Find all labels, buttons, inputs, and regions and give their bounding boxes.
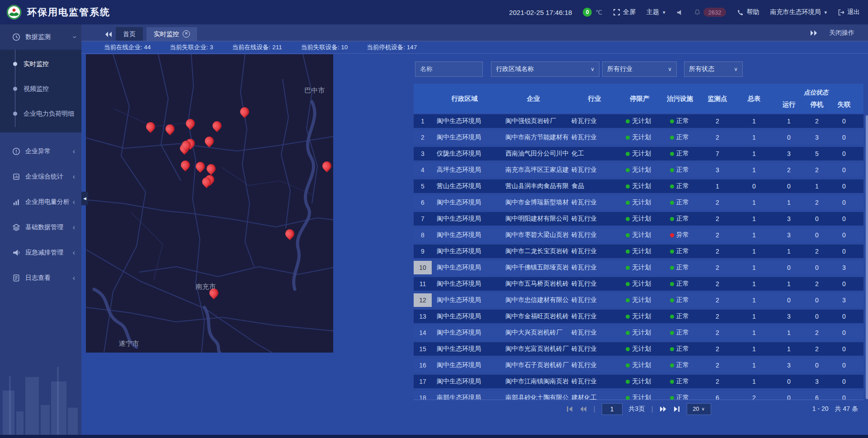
- sidebar-item-realtime-monitor[interactable]: 实时监控: [0, 52, 81, 76]
- sidebar-item-video-monitor[interactable]: 视频监控: [0, 76, 81, 101]
- plan-status-dot: [626, 347, 630, 351]
- tabs-scroll-right-icon[interactable]: [810, 30, 817, 36]
- sidebar-item-log-view[interactable]: 日志查看 ‹: [0, 265, 81, 291]
- sidebar-item-base-data[interactable]: 基础数据管理 ‹: [0, 215, 81, 240]
- table-row[interactable]: 16 阆中生态环境局 阆中市石子页岩机砖厂 砖瓦行业 无计划 正常 2 1 3 …: [414, 358, 863, 372]
- sidebar-item-enterprise-abnormal[interactable]: 企业异常 ‹: [0, 139, 81, 164]
- plan-status-dot: [626, 119, 630, 123]
- tab-close-icon[interactable]: ✕: [183, 30, 190, 38]
- sidebar-item-enterprise-stats[interactable]: 企业综合统计 ‹: [0, 164, 81, 189]
- cell-company: 阆中市忠信建材有限公: [497, 296, 570, 304]
- cell-region: 阆中生态环境局: [432, 312, 497, 320]
- cell-monitor: 2: [700, 345, 735, 353]
- name-filter-input[interactable]: 名称: [415, 61, 483, 77]
- table-row[interactable]: 9 阆中生态环境局 阆中市二龙长宝页岩砖 砖瓦行业 无计划 正常 2 1 1 2…: [414, 245, 863, 258]
- table-row[interactable]: 7 阆中生态环境局 阆中明阳建材有限公司 砖瓦行业 无计划 正常 2 1 3 0…: [414, 212, 863, 226]
- industry-filter-select[interactable]: 所有行业 ∨: [602, 61, 677, 77]
- next-page-icon[interactable]: [660, 406, 667, 412]
- sidebar-item-power-analysis[interactable]: 企业用电量分析 ‹: [0, 189, 81, 215]
- first-page-icon[interactable]: [566, 406, 573, 412]
- region-filter-select[interactable]: 行政区域名称 ∨: [491, 61, 599, 77]
- sidebar-collapse-handle[interactable]: ◀: [81, 192, 88, 205]
- cell-plan: 无计划: [619, 150, 660, 158]
- last-page-icon[interactable]: [673, 406, 680, 412]
- logout-button[interactable]: 退出: [838, 8, 860, 16]
- cell-total: 1: [735, 199, 773, 206]
- chevron-collapsed-icon: ‹: [73, 198, 75, 206]
- stats-bar: 当前在线企业: 44 当前失联企业: 3 当前在线设备: 211 当前失联设备:…: [81, 42, 868, 54]
- table-row[interactable]: 8 阆中生态环境局 阆中市枣碧大梁山页岩 砖瓦行业 无计划 异常 2 1 3 0…: [414, 228, 863, 242]
- org-dropdown[interactable]: 南充市生态环境局 ▾: [770, 8, 827, 16]
- alert-icon: [12, 147, 20, 155]
- cell-plan: 无计划: [619, 394, 660, 400]
- cell-industry: 砖瓦行业: [570, 280, 619, 288]
- cell-run: 3: [773, 150, 805, 157]
- sidebar-item-data-monitor[interactable]: 数据监测 ‹: [0, 24, 81, 50]
- status-filter-select[interactable]: 所有状态 ∨: [684, 61, 743, 77]
- app-logo-icon: [6, 5, 22, 20]
- cell-region: 阆中生态环境局: [432, 264, 497, 272]
- cell-region: 阆中生态环境局: [432, 280, 497, 288]
- table-row[interactable]: 12 阆中生态环境局 阆中市忠信建材有限公 砖瓦行业 无计划 正常 2 1 0 …: [414, 293, 863, 307]
- table-scrollbar[interactable]: [866, 115, 868, 399]
- cell-plan: 无计划: [619, 231, 660, 239]
- help-button[interactable]: 帮助: [737, 8, 759, 16]
- facility-status-dot: [670, 266, 674, 270]
- help-label: 帮助: [746, 8, 759, 16]
- table-row[interactable]: 13 阆中生态环境局 阆中市金福旺页岩机砖 砖瓦行业 无计划 正常 2 1 3 …: [414, 310, 863, 323]
- cell-company: 阆中市江南镇阆南页岩: [497, 377, 570, 386]
- plan-status-dot: [626, 363, 630, 367]
- cell-stop: 2: [805, 280, 829, 287]
- industry-filter-value: 所有行业: [607, 65, 632, 73]
- table-row[interactable]: 1 阆中生态环境局 阆中强锐页岩砖厂 砖瓦行业 无计划 正常 2 1 1 2 0: [414, 114, 863, 128]
- prev-page-icon[interactable]: [580, 406, 587, 412]
- fullscreen-button[interactable]: 全屏: [613, 8, 636, 16]
- page-number-input[interactable]: 1: [602, 403, 623, 415]
- table-row[interactable]: 14 阆中生态环境局 阆中大兴页岩机砖厂 砖瓦行业 无计划 正常 2 1 1 2…: [414, 326, 863, 339]
- cell-run: 3: [773, 231, 805, 239]
- cell-facility: 正常: [660, 215, 700, 223]
- chevron-collapsed-icon: ‹: [73, 223, 75, 231]
- theme-dropdown[interactable]: 主题 ▾: [646, 8, 665, 16]
- row-number: 13: [414, 310, 432, 323]
- cell-lost: 0: [829, 362, 859, 369]
- table-row[interactable]: 6 阆中生态环境局 阆中市金博瑞新型墙材 砖瓦行业 无计划 正常 2 1 1 2…: [414, 196, 863, 209]
- tab-label: 首页: [123, 27, 136, 41]
- cell-company: 西南油气田分公司川中: [497, 150, 570, 158]
- cell-lost: 0: [829, 166, 859, 174]
- table-row[interactable]: 18 南部生态环境局 南部县砂化土陶有限公 建材化工 无计划 正常 6 2 0 …: [414, 391, 863, 400]
- cell-industry: 砖瓦行业: [570, 264, 619, 272]
- page-size-select[interactable]: 20 ∨: [687, 403, 711, 415]
- table-row[interactable]: 15 阆中生态环境局 阆中市光富页岩机砖厂 砖瓦行业 无计划 正常 2 1 1 …: [414, 342, 863, 356]
- table-row[interactable]: 3 仪陇生态环境局 西南油气田分公司川中 化工 无计划 正常 7 1 3 5 0: [414, 147, 863, 160]
- cell-total: 1: [735, 166, 773, 174]
- close-operations-button[interactable]: 关闭操作: [829, 29, 854, 37]
- cell-company: 阆中市二龙长宝页岩砖: [497, 247, 570, 255]
- cell-monitor: 1: [700, 183, 735, 190]
- cell-plan: 无计划: [619, 377, 660, 386]
- tab-home[interactable]: 首页: [116, 27, 143, 41]
- table-row[interactable]: 17 阆中生态环境局 阆中市江南镇阆南页岩 砖瓦行业 无计划 正常 2 1 0 …: [414, 375, 863, 388]
- cell-stop: 2: [805, 248, 829, 255]
- mute-speaker-icon[interactable]: [676, 9, 683, 16]
- log-icon: [12, 274, 20, 282]
- table-row[interactable]: 2 阆中生态环境局 阆中市南方节能建材有 砖瓦行业 无计划 正常 2 1 0 3…: [414, 131, 863, 144]
- sidebar-subitem-label: 视频监控: [24, 85, 49, 93]
- cell-plan: 无计划: [619, 280, 660, 288]
- report-icon: [12, 173, 20, 181]
- table-row[interactable]: 10 阆中生态环境局 阆中千佛镇五郎垭页岩 砖瓦行业 无计划 正常 2 1 0 …: [414, 261, 863, 274]
- table-row[interactable]: 11 阆中生态环境局 阆中市五马桥页岩机砖 砖瓦行业 无计划 正常 2 1 1 …: [414, 277, 863, 291]
- tabs-scroll-left-icon[interactable]: [105, 31, 112, 38]
- cell-plan: 无计划: [619, 329, 660, 337]
- table-row[interactable]: 4 高坪生态环境局 南充市高坪区王家店建 砖瓦行业 无计划 正常 3 1 2 2…: [414, 163, 863, 177]
- notifications[interactable]: 2632: [694, 8, 726, 17]
- cell-plan: 无计划: [619, 312, 660, 320]
- sidebar-item-emergency-reduction[interactable]: 应急减排管理 ‹: [0, 240, 81, 265]
- cell-region: 阆中生态环境局: [432, 377, 497, 386]
- plan-status-dot: [626, 250, 630, 254]
- sidebar-item-power-load-detail[interactable]: 企业电力负荷明细: [0, 101, 81, 126]
- tab-realtime-monitor[interactable]: 实时监控 ✕: [146, 27, 197, 41]
- map-panel[interactable]: 巴中市南充市遂宁市: [86, 54, 333, 353]
- table-row[interactable]: 5 营山生态环境局 营山县润丰肉食品有限 食品 无计划 正常 1 0 0 1 0: [414, 179, 863, 193]
- cell-region: 高坪生态环境局: [432, 166, 497, 174]
